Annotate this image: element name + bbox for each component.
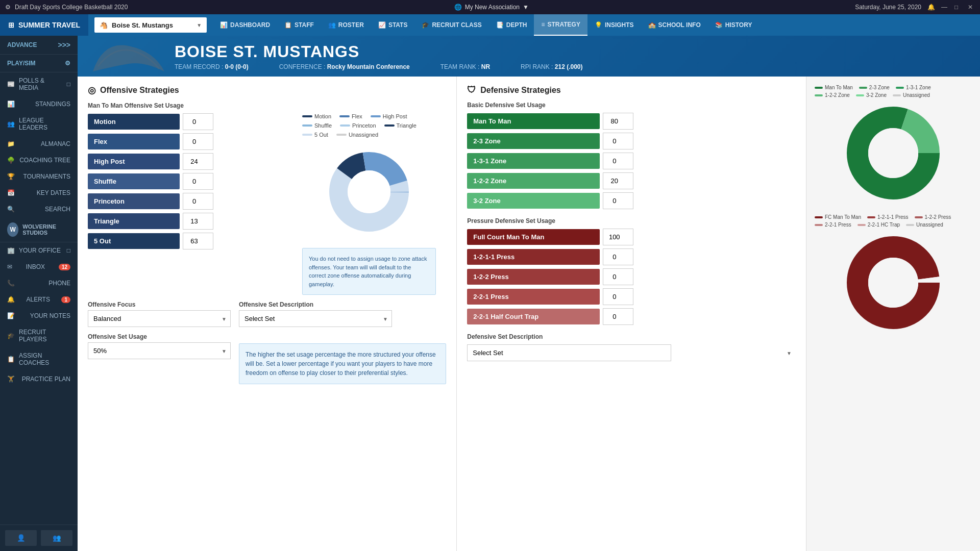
strategy-main: ◎ Offensive Strategies Man To Man Offens… <box>78 77 980 551</box>
legend-131z-label: 1-3-1 Zone <box>906 85 931 90</box>
team-header-info: BOISE ST. MUSTANGS TEAM RECORD : 0-0 (0-… <box>93 42 965 70</box>
nav-dashboard[interactable]: 📊DASHBOARD <box>213 14 277 36</box>
122zone-input[interactable] <box>603 172 633 189</box>
nav-roster[interactable]: 👥ROSTER <box>321 14 371 36</box>
team-selector[interactable]: 🐴 Boise St. Mustangs ▼ <box>94 17 207 33</box>
flex-label: Flex <box>88 134 180 149</box>
summer-travel-button[interactable]: ⊞ SUMMER TRAVEL <box>0 14 88 36</box>
sidebar-person-button[interactable]: 👤 <box>5 530 37 546</box>
sidebar-playsim[interactable]: PLAY/SIM ⚙ <box>0 55 78 72</box>
sidebar-item-phone[interactable]: 📞 PHONE <box>0 275 78 291</box>
legend-32z: 3-2 Zone <box>856 92 887 98</box>
sidebar-item-office[interactable]: 🏢 YOUR OFFICE □ <box>0 242 78 259</box>
triangle-input[interactable] <box>183 213 213 230</box>
man-to-man-label: Man To Man <box>467 113 600 129</box>
app-title: Draft Day Sports College Basketball 2020 <box>15 4 128 11</box>
legend-122z-label: 1-2-2 Zone <box>825 92 850 98</box>
recruit-players-icon: 🎓 <box>7 332 15 339</box>
sidebar-item-practice[interactable]: 🏋 PRACTICE PLAN <box>0 371 78 387</box>
alerts-label: ALERTS <box>26 296 50 303</box>
legend-122z: 1-2-2 Zone <box>815 92 850 98</box>
def-set-desc-select[interactable]: Select Set <box>467 344 671 361</box>
nav-stats[interactable]: 📈STATS <box>371 14 415 36</box>
23zone-input[interactable] <box>603 133 633 149</box>
sidebar-item-recruit[interactable]: 🎓 RECRUIT PLAYERS <box>0 324 78 347</box>
advance-label: ADVANCE <box>7 41 37 48</box>
221hct-input[interactable] <box>603 308 633 325</box>
maximize-button[interactable]: □ <box>954 4 962 11</box>
sidebar-item-keydates[interactable]: 📅 KEY DATES <box>0 185 78 201</box>
offensive-usage-row: Offensive Set Usage 50% 10%20%30%40% 60%… <box>88 333 446 384</box>
flex-input[interactable] <box>183 133 213 150</box>
nav-strategy[interactable]: ≡STRATEGY <box>534 14 587 36</box>
nav-school-info[interactable]: 🏫SCHOOL INFO <box>641 14 708 36</box>
nav-staff[interactable]: 📋STAFF <box>277 14 321 36</box>
sidebar-item-search[interactable]: 🔍 SEARCH <box>0 201 78 217</box>
man-to-man-input[interactable] <box>603 113 633 130</box>
221press-input[interactable] <box>603 288 633 305</box>
princeton-input[interactable] <box>183 193 213 210</box>
team-name-selector: Boise St. Mustangs <box>112 21 192 29</box>
title-bar-left: ⚙ Draft Day Sports College Basketball 20… <box>5 4 128 11</box>
nav-recruit-class[interactable]: 🎓RECRUIT CLASS <box>414 14 488 36</box>
nav-history[interactable]: 📚HISTORY <box>708 14 760 36</box>
tournaments-label: TOURNAMENTS <box>23 173 70 180</box>
pressure-defense-title: Pressure Defensive Set Usage <box>467 217 796 224</box>
sidebar-item-coaching[interactable]: 🌳 COACHING TREE <box>0 152 78 168</box>
sidebar-advance[interactable]: ADVANCE >>> <box>0 36 78 54</box>
offensive-donut-chart <box>323 146 415 238</box>
23zone-label: 2-3 Zone <box>467 133 600 149</box>
highpost-input[interactable] <box>183 153 213 170</box>
fcman-input[interactable] <box>603 229 633 245</box>
legend-221hc-dot <box>857 224 866 226</box>
def-set-desc-label: Defensive Set Description <box>467 333 796 340</box>
5out-input[interactable] <box>183 233 213 249</box>
sidebar-item-leaders[interactable]: 👥 LEAGUE LEADERS <box>0 112 78 136</box>
nav-insights[interactable]: 💡INSIGHTS <box>587 14 641 36</box>
def-row-1211press: 1-2-1-1 Press <box>467 248 796 265</box>
legend-fcman-dot <box>815 216 823 218</box>
sidebar-item-coaches[interactable]: 📋 ASSIGN COACHES <box>0 347 78 371</box>
shuffle-input[interactable] <box>183 173 213 190</box>
offensive-focus-group: Offensive Focus Balanced Inside Outside … <box>88 301 231 327</box>
offensive-chart-legend: Motion Flex High Post <box>302 113 436 138</box>
team-name-display: BOISE ST. MUSTANGS <box>175 42 965 61</box>
title-bar: ⚙ Draft Day Sports College Basketball 20… <box>0 0 980 14</box>
offensive-usage-select[interactable]: 50% 10%20%30%40% 60%70%80%90%100% <box>88 342 231 359</box>
sidebar-user: W WOLVERINE STUDIOS <box>0 217 78 242</box>
sidebar-item-inbox[interactable]: ✉ INBOX 12 <box>0 259 78 275</box>
1211press-input[interactable] <box>603 248 633 265</box>
fcman-label: Full Court Man To Man <box>467 229 600 245</box>
offensive-focus-select[interactable]: Balanced Inside Outside Perimeter <box>88 310 231 327</box>
sidebar-item-notes[interactable]: 📝 YOUR NOTES <box>0 308 78 324</box>
offensive-set-desc-select[interactable]: Select Set <box>239 310 392 327</box>
131zone-input[interactable] <box>603 153 633 169</box>
team-conference: CONFERENCE : Rocky Mountain Conference <box>279 63 410 70</box>
motion-input[interactable] <box>183 113 213 130</box>
main-content: BOISE ST. MUSTANGS TEAM RECORD : 0-0 (0-… <box>78 36 980 551</box>
32zone-input[interactable] <box>603 192 633 209</box>
legend-221hc-label: 2-2-1 HC Trap <box>868 222 900 228</box>
legend-unassigned: Unassigned <box>336 132 378 138</box>
sidebar-addperson-button[interactable]: 👥 <box>41 530 72 546</box>
minimize-button[interactable]: — <box>941 4 948 11</box>
inbox-badge: 12 <box>59 264 70 270</box>
sidebar-item-polls[interactable]: 📰 POLLS & MEDIA □ <box>0 72 78 96</box>
sidebar-item-standings[interactable]: 📊 STANDINGS <box>0 96 78 112</box>
legend-flex: Flex <box>339 113 362 119</box>
legend-1211p-dot <box>867 216 875 218</box>
nav-depth[interactable]: 📑DEPTH <box>489 14 534 36</box>
sidebar-item-alerts[interactable]: 🔔 ALERTS 1 <box>0 291 78 308</box>
sidebar-item-tournaments[interactable]: 🏆 TOURNAMENTS <box>0 168 78 185</box>
122press-input[interactable] <box>603 268 633 285</box>
offensive-set-desc-group: Offensive Set Description Select Set <box>239 301 392 327</box>
offensive-focus-label: Offensive Focus <box>88 301 231 308</box>
app-icon: ⚙ <box>5 4 11 11</box>
usage-row-5out: 5 Out <box>88 233 282 249</box>
close-button[interactable]: ✕ <box>968 4 975 11</box>
playsim-label: PLAY/SIM <box>7 60 36 67</box>
sidebar-item-almanac[interactable]: 📁 ALMANAC <box>0 136 78 152</box>
offensive-title-text: Offensive Strategies <box>100 86 179 95</box>
phone-label: PHONE <box>48 280 70 287</box>
legend-131z-dot <box>896 87 904 89</box>
